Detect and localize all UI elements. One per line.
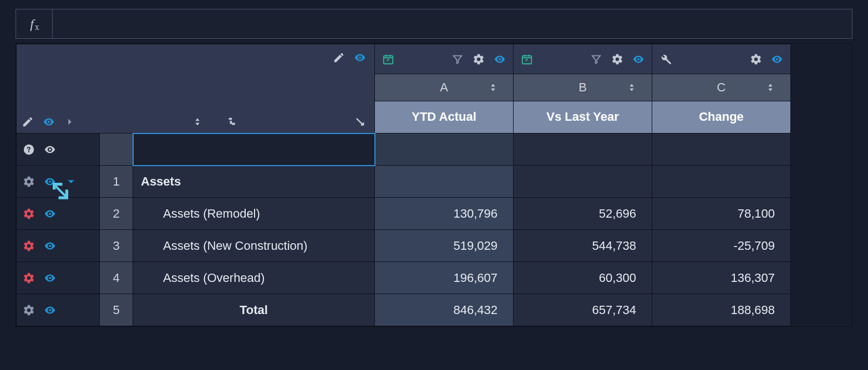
column-letter-a[interactable]: A [375,74,514,101]
gear-icon[interactable] [22,239,35,253]
fx-label: fx [16,9,53,38]
column-header-c[interactable]: Change [652,101,791,133]
row-label[interactable]: Assets (Overhead) [133,262,375,294]
data-cell[interactable] [375,133,514,166]
gear-icon[interactable] [22,207,35,220]
row-number[interactable]: 5 [100,294,133,326]
data-cell[interactable] [375,166,514,198]
eye-icon[interactable] [43,175,57,188]
corner-region [17,44,375,133]
chevron-right-icon[interactable] [63,115,77,129]
row-controls [17,166,100,198]
column-letter-label: A [440,80,448,94]
table-row: 5 Total 846,432 657,734 188,698 [17,294,791,326]
table-row: 3 Assets (New Construction) 519,029 544,… [17,230,791,262]
pencil-icon[interactable] [332,51,346,64]
column-letter-c[interactable]: C [652,74,791,101]
column-toolbar-c [652,44,791,74]
eye-icon[interactable] [493,53,506,66]
filter-icon[interactable] [590,53,603,66]
eye-icon[interactable] [353,51,367,64]
row-number[interactable]: 2 [100,198,133,230]
formula-bar: fx [16,9,852,39]
eye-icon[interactable] [43,143,57,156]
column-header-b[interactable]: Vs Last Year [514,101,652,133]
selected-cell[interactable] [133,133,375,166]
data-cell[interactable] [652,133,791,166]
row-controls [17,198,100,230]
row-number[interactable]: 4 [100,262,133,294]
help-icon[interactable] [22,143,35,156]
chevron-down-icon[interactable] [64,175,78,188]
gear-icon[interactable] [611,53,624,66]
sort-icon[interactable] [764,81,777,94]
row-controls [17,294,100,326]
column-letter-label: B [578,80,587,94]
spreadsheet-grid: A B C YTD Actual Vs Last Year Change [16,43,852,327]
eye-icon[interactable] [43,271,57,285]
row-number[interactable]: 3 [100,230,133,262]
table-row [17,133,791,166]
data-cell[interactable] [514,166,652,198]
column-toolbar-b [514,44,652,74]
data-cell[interactable]: -25,709 [652,230,791,262]
eye-icon[interactable] [770,53,784,66]
table-row: 1 Assets [17,166,791,198]
gear-icon[interactable] [472,53,485,66]
row-controls [17,133,100,166]
eye-icon[interactable] [43,304,57,317]
gear-icon[interactable] [749,53,763,66]
tree-icon[interactable] [226,115,240,129]
arrow-diag-icon[interactable] [353,115,367,129]
data-cell[interactable]: 846,432 [375,294,514,326]
data-cell[interactable]: 60,300 [514,262,652,294]
table-row: 2 Assets (Remodel) 130,796 52,696 78,100 [17,198,791,230]
data-cell[interactable] [514,133,652,166]
data-cell[interactable]: 52,696 [514,198,652,230]
row-label[interactable]: Assets [133,166,375,198]
data-cell[interactable]: 130,796 [375,198,514,230]
eye-icon[interactable] [43,239,57,253]
gear-icon[interactable] [22,175,35,188]
row-number[interactable]: 1 [100,166,133,198]
wrench-icon[interactable] [659,53,672,66]
eye-icon[interactable] [42,115,55,129]
column-header-a[interactable]: YTD Actual [375,101,514,133]
sort-icon[interactable] [625,81,638,94]
filter-icon[interactable] [451,53,464,66]
sort-icon[interactable] [486,81,500,94]
gear-icon[interactable] [22,304,35,317]
table-row: 4 Assets (Overhead) 196,607 60,300 136,3… [17,262,791,294]
column-letter-b[interactable]: B [514,74,652,101]
row-controls [17,262,100,294]
calendar-refresh-icon[interactable] [520,53,534,66]
data-cell[interactable]: 136,307 [652,262,791,294]
data-cell[interactable]: 188,698 [652,294,791,326]
data-cell[interactable]: 196,607 [375,262,514,294]
row-label[interactable]: Assets (New Construction) [133,230,375,262]
row-label[interactable]: Total [133,294,375,326]
sort-icon[interactable] [191,115,204,129]
eye-icon[interactable] [43,207,57,220]
gear-icon[interactable] [22,271,35,285]
column-letter-label: C [717,80,726,94]
data-cell[interactable]: 78,100 [652,198,791,230]
formula-input[interactable] [53,9,852,38]
row-label[interactable]: Assets (Remodel) [133,198,375,230]
column-toolbar-a [375,44,514,74]
data-cell[interactable]: 544,738 [514,230,652,262]
eye-icon[interactable] [632,53,645,66]
calendar-refresh-icon[interactable] [382,53,395,66]
data-cell[interactable]: 657,734 [514,294,652,326]
row-controls [17,230,100,262]
pencil-icon[interactable] [21,115,34,129]
data-cell[interactable]: 519,029 [375,230,514,262]
data-cell[interactable] [652,166,791,198]
row-number[interactable] [100,133,133,166]
